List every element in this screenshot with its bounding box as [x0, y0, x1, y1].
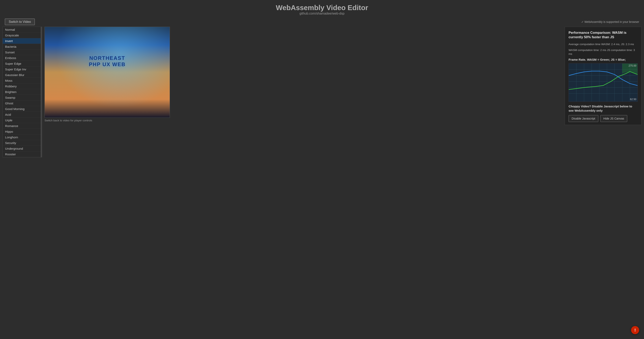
filter-item-super-edge-inv[interactable]: Super Edge Inv	[3, 66, 41, 72]
filter-item-invert[interactable]: Invert	[3, 38, 41, 44]
filter-item-robbery[interactable]: Robbery	[3, 84, 41, 89]
filter-item-grayscale[interactable]: Grayscale	[3, 32, 41, 38]
panel-buttons: Disable Javascript Hide JS Canvas	[568, 115, 638, 122]
shirt-background	[45, 27, 170, 118]
filter-item-gaussian-blur[interactable]: Gaussian Blur	[3, 72, 41, 78]
chart-min-label: 62.50	[630, 98, 636, 101]
filter-item-good-morning[interactable]: Good Morning	[3, 106, 41, 112]
app-header: WebAssembly Video Editor github.com/sham…	[0, 0, 644, 17]
shirt-text: NORTHEAST PHP UX WEB	[89, 55, 126, 68]
filter-item-longhorn[interactable]: Longhorn	[3, 134, 41, 140]
performance-panel: Performance Comparison: WASM is currentl…	[565, 27, 642, 125]
filter-item-rooster[interactable]: Rooster	[3, 152, 41, 157]
filter-item-urple[interactable]: Urple	[3, 118, 41, 123]
chart-max-label: 275.00	[629, 64, 636, 67]
error-icon: !	[634, 328, 636, 332]
hide-js-canvas-button[interactable]: Hide JS Canvas	[600, 115, 627, 122]
shirt-line1: NORTHEAST	[89, 55, 126, 62]
filter-list: NormalGrayscaleInvertBacteriaSunsetEmbos…	[2, 27, 41, 157]
video-frame: NORTHEAST PHP UX WEB	[44, 27, 170, 118]
filter-item-underground[interactable]: Underground	[3, 146, 41, 152]
video-caption: Switch back to video for player controls	[44, 119, 92, 122]
top-bar: Switch to Video ✓ WebAssembly is support…	[0, 17, 644, 27]
filter-item-romance[interactable]: Romance	[3, 123, 41, 129]
wasm-stat: WASM computation time: 2 ms JS computati…	[568, 48, 638, 56]
disable-js-button[interactable]: Disable Javascript	[568, 115, 598, 122]
error-badge[interactable]: !	[631, 326, 639, 334]
filter-item-hippo[interactable]: Hippo	[3, 129, 41, 134]
filter-item-moss[interactable]: Moss	[3, 78, 41, 84]
main-content: NormalGrayscaleInvertBacteriaSunsetEmbos…	[0, 27, 644, 162]
app-subtitle: github.com/shamadee/web-dsp	[0, 12, 644, 15]
filter-item-emboss[interactable]: Emboss	[3, 55, 41, 61]
filter-item-super-edge[interactable]: Super Edge	[3, 61, 41, 66]
filter-item-bacteria[interactable]: Bacteria	[3, 44, 41, 50]
avg-stat: Average computation time WASM: 2.4 ms, J…	[568, 42, 638, 46]
frame-rate-title: Frame Rate. WASM = Green; JS = Blue;	[568, 58, 638, 61]
wasm-status: ✓ WebAssembly is supported in your brows…	[581, 20, 639, 24]
video-section: NORTHEAST PHP UX WEB Switch back to vide…	[42, 27, 563, 122]
wasm-line	[569, 72, 638, 90]
filter-items: NormalGrayscaleInvertBacteriaSunsetEmbos…	[3, 27, 41, 157]
filter-item-ghost[interactable]: Ghost	[3, 100, 41, 106]
filter-item-swamp[interactable]: Swamp	[3, 95, 41, 100]
panel-title: Performance Comparison: WASM is currentl…	[568, 30, 638, 40]
chart-container: 275.00 62.50	[568, 63, 638, 102]
filter-item-normal[interactable]: Normal	[3, 27, 41, 32]
filter-item-security[interactable]: Security	[3, 140, 41, 146]
app-title: WebAssembly Video Editor	[0, 4, 644, 12]
chart-svg	[569, 64, 638, 102]
filter-item-brighten[interactable]: Brighten	[3, 89, 41, 95]
switch-to-video-button[interactable]: Switch to Video	[5, 18, 35, 25]
filter-item-sunset[interactable]: Sunset	[3, 50, 41, 55]
js-line	[569, 71, 638, 85]
filter-item-acid[interactable]: Acid	[3, 112, 41, 118]
choppy-title: Choppy Video? Disable Javascript below t…	[568, 104, 638, 113]
shirt-line2: PHP UX WEB	[89, 61, 126, 68]
